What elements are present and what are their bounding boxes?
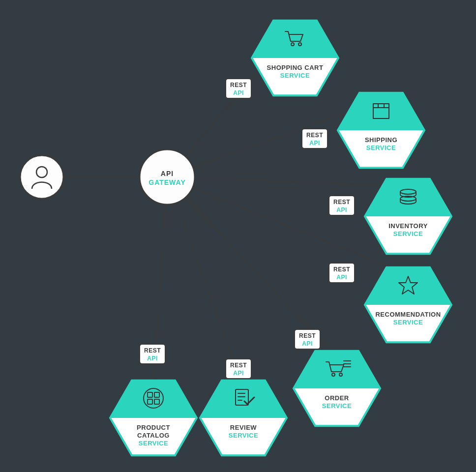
rest-api-box: RESTAPI [140, 344, 165, 364]
service-label: PRODUCT [137, 424, 170, 431]
service-shopping-cart: SHOPPING CARTSERVICE [252, 21, 338, 95]
rest-label-2: API [233, 89, 244, 96]
service-label: ORDER [325, 394, 349, 402]
rest-label-1: REST [299, 332, 316, 339]
service-sublabel: SERVICE [280, 72, 310, 79]
rest-label-2: API [336, 274, 347, 281]
service-label: INVENTORY [388, 222, 428, 230]
service-review: REVIEWSERVICE [200, 381, 287, 455]
service-label: REVIEW [230, 424, 257, 431]
svg-line-3 [167, 177, 408, 186]
rest-label-1: REST [144, 347, 161, 354]
rest-label-1: REST [333, 266, 350, 273]
service-sublabel: SERVICE [229, 432, 258, 439]
gateway-label-gateway: GATEWAY [149, 178, 185, 186]
service-label: SHIPPING [365, 136, 397, 144]
rest-api-box: RESTAPI [295, 329, 320, 349]
rest-label-2: API [309, 140, 320, 147]
service-label: RECOMMENDATION [375, 311, 441, 318]
service-shipping: SHIPPINGSERVICE [338, 93, 424, 168]
rest-label-1: REST [306, 132, 323, 139]
rest-api-box: RESTAPI [226, 359, 251, 379]
rest-api-box: RESTAPI [226, 79, 251, 98]
rest-label-1: REST [333, 199, 350, 206]
service-inventory: INVENTORYSERVICE [365, 179, 451, 254]
service-sublabel: SERVICE [322, 402, 352, 410]
rest-api-box: RESTAPI [302, 129, 327, 148]
api-gateway-node: API GATEWAY [140, 149, 195, 205]
gateway-label-api: API [161, 170, 174, 177]
service-sublabel: SERVICE [139, 440, 168, 447]
service-label: SHOPPING CART [267, 64, 324, 71]
user-node [20, 155, 63, 199]
rest-label-1: REST [230, 362, 247, 369]
service-sublabel: SERVICE [393, 230, 423, 237]
rest-label-1: REST [230, 82, 247, 88]
rest-label-2: API [147, 355, 158, 362]
service-label: CATALOG [137, 432, 170, 439]
service-order: ORDERSERVICE [294, 351, 380, 426]
rest-label-2: API [302, 340, 313, 347]
service-sublabel: SERVICE [393, 319, 423, 326]
service-sublabel: SERVICE [366, 144, 396, 151]
service-product-catalog: PRODUCTCATALOGSERVICE [110, 381, 197, 455]
rest-api-box: RESTAPI [329, 263, 355, 283]
rest-label-2: API [233, 370, 244, 377]
rest-api-box: RESTAPI [329, 196, 355, 215]
rest-boxes: RESTAPIRESTAPIRESTAPIRESTAPIRESTAPIRESTA… [140, 79, 355, 379]
service-recommendation: RECOMMENDATIONSERVICE [365, 267, 451, 342]
svg-line-6 [167, 177, 243, 387]
rest-label-2: API [336, 206, 347, 213]
